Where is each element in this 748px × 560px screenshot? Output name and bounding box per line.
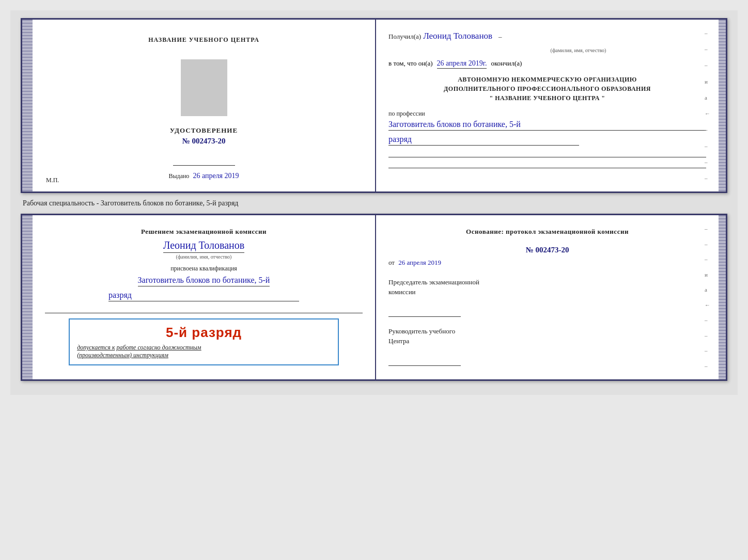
binding-left-top bbox=[22, 20, 33, 191]
decision-text: Решением экзаменационной комиссии bbox=[141, 227, 267, 237]
field-line bbox=[388, 148, 706, 157]
profession-value: Заготовитель блоков по ботанике, 5-й bbox=[388, 120, 706, 131]
confirmed-line: в том, что он(а) 26 апреля 2019г. окончи… bbox=[388, 59, 706, 69]
head-signature-line bbox=[388, 357, 461, 366]
recipient-name: Леонид Толованов bbox=[423, 31, 492, 41]
cert-number: № 002473-20 bbox=[182, 137, 226, 146]
stamp-admitted: допускается к работе согласно должностны… bbox=[77, 344, 331, 359]
issued-date: 26 апреля 2019 bbox=[193, 172, 239, 180]
bottom-doc-left: Решением экзаменационной комиссии Леонид… bbox=[33, 215, 376, 379]
issued-label: Выдано bbox=[168, 172, 189, 180]
field-line2 bbox=[388, 158, 706, 168]
mp-label: М.П. bbox=[46, 177, 59, 184]
received-line: Получил(а) Леонид Толованов – bbox=[388, 31, 706, 41]
issued-line: Выдано 26 апреля 2019 bbox=[168, 172, 239, 180]
finished-label: окончил(а) bbox=[491, 59, 522, 68]
photo-placeholder bbox=[181, 59, 227, 116]
confirmed-label: в том, что он(а) bbox=[388, 59, 433, 68]
org-line2: ДОПОЛНИТЕЛЬНОГО ПРОФЕССИОНАЛЬНОГО ОБРАЗО… bbox=[388, 84, 706, 93]
fio-label-bottom: (фамилия, имя, отчество) bbox=[176, 254, 232, 260]
rank-value-top: разряд bbox=[388, 135, 579, 146]
top-doc-left-title: НАЗВАНИЕ УЧЕБНОГО ЦЕНТРА bbox=[148, 36, 259, 44]
rank-value-bottom: разряд bbox=[108, 291, 299, 301]
admitted-text: допускается к bbox=[77, 344, 115, 351]
head-block: Руководитель учебного Центра bbox=[388, 326, 706, 366]
profession-label: по профессии bbox=[388, 110, 706, 118]
chairman-signature-line bbox=[388, 308, 461, 317]
cert-label: УДОСТОВЕРЕНИЕ bbox=[170, 126, 238, 135]
admitted-underline: работе согласно должностным bbox=[117, 344, 201, 351]
signature-line-top bbox=[173, 156, 235, 166]
top-doc-right: Получил(а) Леонид Толованов – (фамилия, … bbox=[376, 20, 719, 191]
stamp-rank: 5-й разряд bbox=[77, 325, 331, 341]
admitted-italic: (производственным) инструкциям bbox=[77, 351, 168, 359]
chairman-title: Председатель экзаменационной комиссии bbox=[388, 277, 706, 297]
received-label: Получил(а) bbox=[388, 33, 421, 41]
binding-right-bottom bbox=[719, 215, 726, 379]
protocol-number: № 002473-20 bbox=[388, 246, 706, 254]
field-line-bottom bbox=[45, 303, 363, 313]
from-date-value: 26 апреля 2019 bbox=[398, 259, 441, 266]
qualification-value: Заготовитель блоков по ботанике, 5-й bbox=[138, 276, 270, 286]
top-doc-left: НАЗВАНИЕ УЧЕБНОГО ЦЕНТРА УДОСТОВЕРЕНИЕ №… bbox=[33, 20, 376, 191]
binding-right-top bbox=[719, 20, 726, 191]
org-line3: " НАЗВАНИЕ УЧЕБНОГО ЦЕНТРА " bbox=[388, 93, 706, 103]
bottom-document: Решением экзаменационной комиссии Леонид… bbox=[21, 214, 727, 381]
page-wrapper: НАЗВАНИЕ УЧЕБНОГО ЦЕНТРА УДОСТОВЕРЕНИЕ №… bbox=[10, 10, 738, 395]
right-margin-marks: – – – и а ← – – – – bbox=[705, 30, 710, 181]
basis-title: Основание: протокол экзаменационной коми… bbox=[388, 227, 706, 237]
bottom-right-margin-marks: – – – и а ← – – – – bbox=[705, 226, 710, 369]
profession-block: по профессии Заготовитель блоков по бота… bbox=[388, 110, 706, 168]
stamp-box: 5-й разряд допускается к работе согласно… bbox=[69, 318, 339, 365]
bottom-doc-right: Основание: протокол экзаменационной коми… bbox=[376, 215, 719, 379]
binding-left-bottom bbox=[22, 215, 33, 379]
top-document: НАЗВАНИЕ УЧЕБНОГО ЦЕНТРА УДОСТОВЕРЕНИЕ №… bbox=[21, 18, 727, 193]
head-title: Руководитель учебного Центра bbox=[388, 326, 706, 346]
fio-label-top: (фамилия, имя, отчество) bbox=[450, 47, 706, 53]
bottom-name: Леонид Толованов bbox=[163, 239, 245, 253]
from-date: от 26 апреля 2019 bbox=[388, 259, 706, 267]
confirmed-date: 26 апреля 2019г. bbox=[437, 59, 487, 69]
qualification-label: присвоена квалификация bbox=[170, 265, 237, 273]
org-block: АВТОНОМНУЮ НЕКОММЕРЧЕСКУЮ ОРГАНИЗАЦИЮ ДО… bbox=[388, 75, 706, 103]
chairman-block: Председатель экзаменационной комиссии bbox=[388, 277, 706, 317]
from-label: от bbox=[388, 259, 395, 266]
org-line1: АВТОНОМНУЮ НЕКОММЕРЧЕСКУЮ ОРГАНИЗАЦИЮ bbox=[388, 75, 706, 84]
specialty-line: Рабочая специальность - Заготовитель бло… bbox=[23, 199, 727, 207]
